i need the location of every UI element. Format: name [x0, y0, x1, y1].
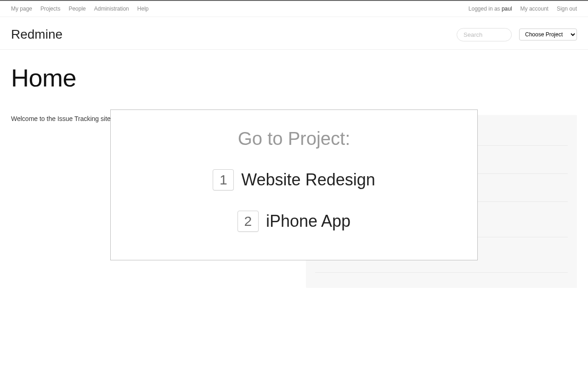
- project-switcher-title: Go to Project:: [238, 128, 351, 149]
- header-right: Choose Project: [457, 28, 577, 41]
- search-input[interactable]: [457, 28, 512, 41]
- header: Redmine Choose Project: [0, 17, 588, 50]
- nav-my-account[interactable]: My account: [520, 6, 548, 12]
- logged-in-status: Logged in as paul: [469, 6, 512, 12]
- keycap-icon: 2: [237, 211, 259, 232]
- nav-sign-out[interactable]: Sign out: [557, 6, 577, 12]
- logged-in-username[interactable]: paul: [502, 6, 512, 12]
- page-title: Home: [11, 63, 577, 92]
- top-nav: My page Projects People Administration H…: [0, 1, 588, 17]
- nav-administration[interactable]: Administration: [94, 6, 129, 12]
- nav-people[interactable]: People: [68, 6, 85, 12]
- nav-help[interactable]: Help: [137, 6, 149, 12]
- keycap-icon: 1: [213, 169, 234, 190]
- nav-my-page[interactable]: My page: [11, 6, 32, 12]
- project-switcher-item[interactable]: 2 iPhone App: [237, 211, 351, 232]
- app-title: Redmine: [11, 27, 62, 42]
- side-panel-divider: [315, 272, 568, 273]
- logged-in-prefix: Logged in as: [469, 6, 502, 12]
- top-nav-right: Logged in as paul My account Sign out: [469, 6, 577, 12]
- top-nav-left: My page Projects People Administration H…: [11, 6, 148, 12]
- project-switcher-item-label: iPhone App: [266, 212, 351, 231]
- project-switcher-overlay: Go to Project: 1 Website Redesign 2 iPho…: [110, 109, 478, 260]
- nav-projects[interactable]: Projects: [40, 6, 60, 12]
- project-switcher-item-label: Website Redesign: [241, 170, 375, 190]
- project-select[interactable]: Choose Project: [519, 29, 577, 40]
- project-switcher-item[interactable]: 1 Website Redesign: [213, 169, 375, 190]
